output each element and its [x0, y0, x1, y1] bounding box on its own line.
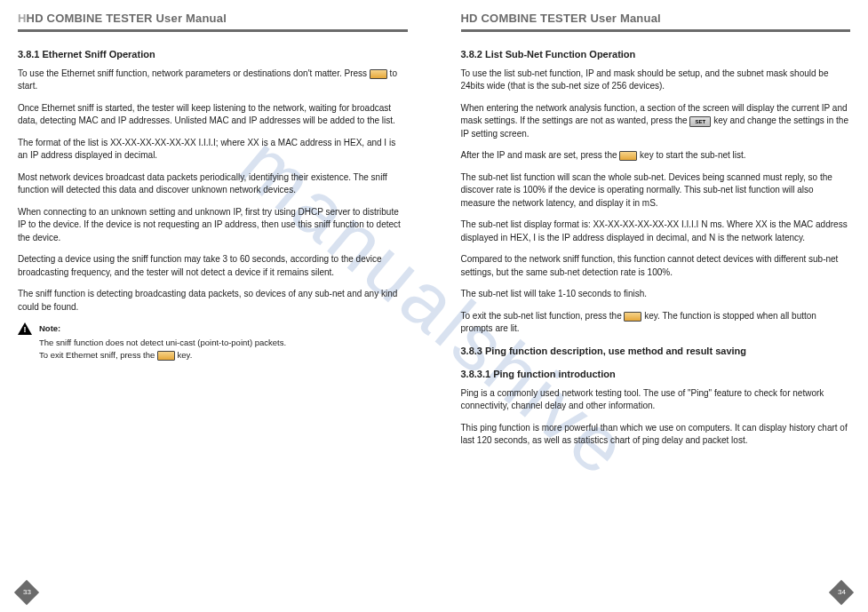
para-l6: Detecting a device using the sniff funct…: [18, 253, 408, 279]
para-r3: After the IP and mask are set, press the…: [461, 149, 851, 163]
para-r9: Ping is a commonly used network testing …: [461, 387, 851, 413]
note-block: Note: The sniff function does not detect…: [18, 322, 408, 361]
right-page: HD COMBINE TESTER User Manual 3.8.2 List…: [461, 11, 851, 603]
note-line-2a: To exit Ethernet sniff, press the: [39, 350, 157, 360]
para-r2: When entering the network analysis funct…: [461, 102, 851, 141]
para-l4: Most network devices broadcast data pack…: [18, 171, 408, 197]
para-r4: The sub-net list function will scan the …: [461, 171, 851, 211]
para-l5: When connecting to an unknown setting an…: [18, 206, 408, 245]
left-page: HHD COMBINE TESTER User Manual 3.8.1 Eth…: [18, 11, 408, 603]
left-header: HHD COMBINE TESTER User Manual: [18, 11, 408, 32]
exit-key-icon: [157, 351, 175, 361]
set-key-icon: SET: [689, 116, 711, 127]
para-r3b: key to start the sub-net list.: [640, 150, 746, 160]
para-r3a: After the IP and mask are set, press the: [461, 150, 620, 160]
note-line-2: To exit Ethernet sniff, press the key.: [39, 349, 286, 362]
manual-spread: HHD COMBINE TESTER User Manual 3.8.1 Eth…: [0, 0, 868, 612]
right-page-number: 34: [838, 587, 846, 598]
note-line-2b: key.: [178, 350, 193, 360]
subnet-exit-key-icon: [624, 312, 641, 322]
left-page-number: 33: [23, 587, 31, 598]
right-header: HD COMBINE TESTER User Manual: [461, 11, 851, 32]
para-r6: Compared to the network sniff function, …: [461, 253, 851, 279]
left-header-text: HD COMBINE TESTER User Manual: [27, 12, 227, 25]
section-3-8-1-title: 3.8.1 Ethernet Sniff Operation: [18, 48, 408, 62]
para-r1: To use the list sub-net function, IP and…: [461, 68, 851, 93]
note-body: Note: The sniff function does not detect…: [39, 322, 286, 361]
note-line-1: The sniff function does not detect uni-c…: [39, 337, 286, 349]
para-r7: The sub-net list will take 1-10 seconds …: [461, 288, 851, 301]
para-l3: The format of the list is XX-XX-XX-XX-XX…: [18, 137, 408, 163]
para-l1a: To use the Ethernet sniff function, netw…: [18, 68, 370, 78]
section-3-8-2-title: 3.8.2 List Sub-Net Function Operation: [461, 48, 851, 62]
para-r8: To exit the sub-net list function, press…: [461, 310, 851, 336]
warning-icon: [18, 322, 32, 335]
right-page-number-badge: 34: [829, 580, 854, 605]
section-3-8-3-title: 3.8.3 Ping function description, use met…: [461, 345, 851, 359]
para-r10: This ping function is more powerful than…: [461, 422, 851, 448]
para-r5: The sub-net list display format is: XX-X…: [461, 219, 851, 244]
para-l2: Once Ethernet sniff is started, the test…: [18, 102, 408, 128]
para-l7: The sniff function is detecting broadcas…: [18, 288, 408, 314]
para-r8a: To exit the sub-net list function, press…: [461, 311, 625, 321]
subnet-start-key-icon: [619, 151, 637, 161]
section-3-8-3-1-title: 3.8.3.1 Ping function introduction: [461, 368, 851, 382]
note-label: Note:: [39, 322, 286, 335]
start-key-icon: [370, 69, 387, 79]
right-header-text: HD COMBINE TESTER User Manual: [461, 12, 661, 25]
para-l1: To use the Ethernet sniff function, netw…: [18, 68, 408, 93]
left-page-number-badge: 33: [14, 580, 39, 605]
